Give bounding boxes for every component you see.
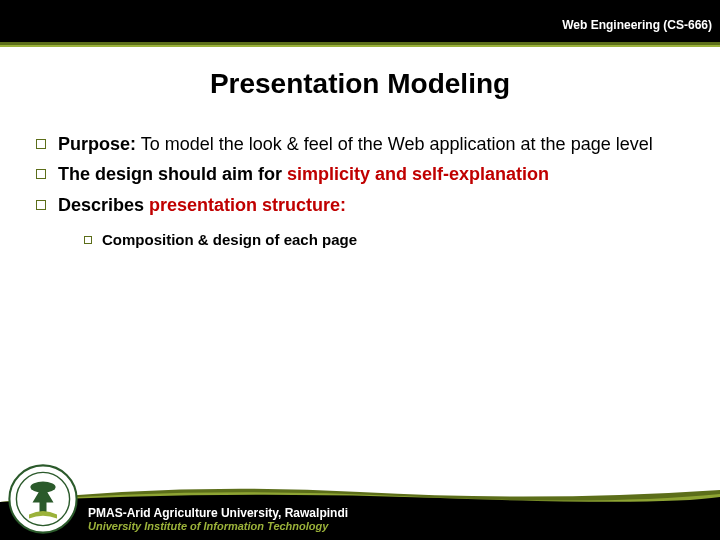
header-accent-light xyxy=(0,45,720,47)
sub-bullet-list: Composition & design of each page xyxy=(84,231,692,248)
bullet-item: Purpose: To model the look & feel of the… xyxy=(36,132,692,156)
bullet-item: The design should aim for simplicity and… xyxy=(36,162,692,186)
bullet-square-icon xyxy=(84,236,92,244)
sub-bullet-text: Composition & design of each page xyxy=(102,231,357,248)
footer-text: PMAS-Arid Agriculture University, Rawalp… xyxy=(88,506,348,532)
content-area: Purpose: To model the look & feel of the… xyxy=(36,132,692,254)
sub-bullet-item: Composition & design of each page xyxy=(84,231,692,248)
footer-curve xyxy=(0,482,720,502)
svg-point-2 xyxy=(30,482,55,493)
bullet-text: The design should aim for simplicity and… xyxy=(58,162,549,186)
bullet-text: Purpose: To model the look & feel of the… xyxy=(58,132,653,156)
bullet-square-icon xyxy=(36,169,46,179)
footer-institute: University Institute of Information Tech… xyxy=(88,520,348,532)
university-logo xyxy=(8,464,78,534)
bullet-square-icon xyxy=(36,200,46,210)
slide-title: Presentation Modeling xyxy=(0,68,720,100)
bullet-square-icon xyxy=(36,139,46,149)
footer: PMAS-Arid Agriculture University, Rawalp… xyxy=(0,470,720,540)
bullet-text: Describes presentation structure: xyxy=(58,193,346,217)
course-label: Web Engineering (CS-666) xyxy=(562,18,712,32)
bullet-item: Describes presentation structure: xyxy=(36,193,692,217)
footer-university: PMAS-Arid Agriculture University, Rawalp… xyxy=(88,506,348,520)
slide: Web Engineering (CS-666) Presentation Mo… xyxy=(0,0,720,540)
